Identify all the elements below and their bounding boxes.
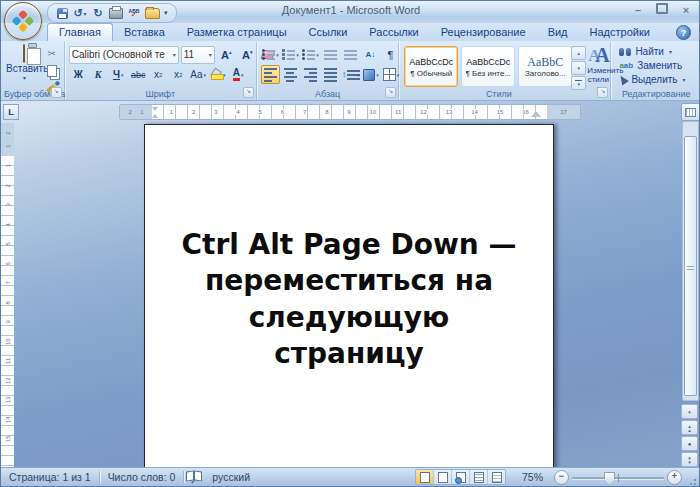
ruler-number: 9 <box>1 315 14 328</box>
find-button[interactable]: Найти ▾ <box>619 46 685 57</box>
zoom-in-button[interactable]: + <box>667 470 682 485</box>
tab-stop-selector[interactable]: L <box>3 104 19 120</box>
line-spacing-button[interactable]: ↕▾ <box>341 65 361 84</box>
shrink-font-icon: А▾ <box>242 49 252 61</box>
office-button[interactable] <box>4 2 42 40</box>
change-case-button[interactable]: Aa▾ <box>189 65 208 84</box>
chevron-down-icon: ▾ <box>683 76 686 83</box>
underline-button[interactable]: Ч▾ <box>109 65 128 84</box>
align-right-button[interactable] <box>301 65 320 84</box>
replace-button[interactable]: aab Заменить <box>619 60 685 71</box>
tab-view[interactable]: Вид <box>537 24 579 41</box>
close-button[interactable]: × <box>679 3 693 15</box>
scrollbar-track[interactable]: ▴ <box>682 121 699 401</box>
decrease-indent-button[interactable] <box>321 45 340 64</box>
styles-scroll-up-button[interactable]: ▴ <box>571 46 586 60</box>
strikethrough-button[interactable]: abc <box>129 65 148 84</box>
bold-button[interactable]: Ж <box>69 65 88 84</box>
subscript-button[interactable]: x2 <box>149 65 168 84</box>
scissors-icon: ✂ <box>48 48 56 59</box>
show-marks-button[interactable]: ¶ <box>381 45 400 64</box>
borders-button[interactable]: ▾ <box>381 65 400 84</box>
multilevel-list-button[interactable]: ▾ <box>301 45 320 64</box>
sort-button[interactable]: А↓ <box>361 45 380 64</box>
styles-more-button[interactable]: ▾ <box>571 76 586 90</box>
font-name-combo[interactable]: Calibri (Основной те▾ <box>69 46 179 64</box>
zoom-slider-thumb[interactable] <box>604 472 615 485</box>
page-count-status[interactable]: Страница: 1 из 1 <box>1 471 99 483</box>
zoom-out-button[interactable]: − <box>554 470 569 485</box>
indent-marker-icon[interactable] <box>152 107 161 118</box>
horizontal-ruler[interactable]: 21 12345678910111213141516 17 <box>119 104 581 120</box>
tab-addins[interactable]: Надстройки <box>579 24 661 41</box>
italic-button[interactable]: К <box>89 65 108 84</box>
tab-page-layout[interactable]: Разметка страницы <box>176 24 298 41</box>
zoom-level[interactable]: 75% <box>509 471 551 483</box>
font-size-combo[interactable]: 11▾ <box>181 46 215 64</box>
shrink-font-button[interactable]: А▾ <box>238 45 257 64</box>
clipboard-dialog-launcher[interactable]: ↘ <box>51 87 62 98</box>
zoom-slider[interactable] <box>572 471 664 484</box>
style-name: ¶ Обычный <box>410 69 452 78</box>
font-size-value: 11 <box>184 49 207 60</box>
ruler-number: 15 <box>496 109 505 115</box>
tab-mailings[interactable]: Рассылки <box>358 24 429 41</box>
scrollbar-thumb[interactable] <box>684 136 697 396</box>
document-text[interactable]: Ctrl Alt Page Down — переместиться на сл… <box>171 227 527 373</box>
vertical-ruler[interactable]: 21 123456789101112131415 <box>1 123 14 469</box>
align-center-button[interactable] <box>281 65 300 84</box>
chevron-down-icon: ▾ <box>241 72 244 78</box>
change-styles-icon: АА <box>587 44 609 66</box>
tab-references[interactable]: Ссылки <box>298 24 359 41</box>
superscript-button[interactable]: x2 <box>169 65 188 84</box>
shading-icon <box>363 69 375 81</box>
ruler-number: 11 <box>1 354 14 367</box>
tab-insert[interactable]: Вставка <box>113 24 176 41</box>
ruler-number: 17 <box>560 109 567 115</box>
word-count-status[interactable]: Число слов: 0 <box>100 471 184 483</box>
previous-page-button[interactable]: ▴▴ <box>681 420 698 435</box>
copy-button[interactable] <box>43 63 61 78</box>
cut-button[interactable]: ✂ <box>43 46 61 61</box>
next-page-button[interactable]: ▾▾ <box>681 452 698 467</box>
proofing-status[interactable]: ✓ <box>184 471 204 483</box>
resize-grip[interactable] <box>687 472 697 482</box>
minimize-button[interactable]: – <box>631 3 645 15</box>
numbering-button[interactable]: ▾ <box>281 45 300 64</box>
document-page[interactable]: Ctrl Alt Page Down — переместиться на сл… <box>144 124 554 469</box>
right-indent-marker-icon[interactable] <box>531 112 541 117</box>
chevron-down-icon: ▾ <box>357 72 360 78</box>
tab-review[interactable]: Рецензирование <box>430 24 537 41</box>
editing-group-label: Редактирование <box>613 89 699 99</box>
scroll-down-button[interactable]: ▾ <box>681 404 698 419</box>
restore-button[interactable] <box>655 3 669 15</box>
font-color-button[interactable]: А▾ <box>229 65 248 84</box>
select-browse-object-button[interactable]: ● <box>681 436 698 451</box>
tab-home[interactable]: Главная <box>47 23 113 41</box>
grow-font-button[interactable]: А▴ <box>217 45 236 64</box>
increase-indent-button[interactable] <box>341 45 360 64</box>
fullscreen-reading-view-button[interactable] <box>434 470 452 484</box>
outline-view-button[interactable] <box>470 470 488 484</box>
select-button[interactable]: Выделить ▾ <box>619 74 685 85</box>
language-status[interactable]: русский <box>204 471 258 483</box>
font-dialog-launcher[interactable]: ↘ <box>243 87 254 98</box>
shading-button[interactable]: ▾ <box>361 65 380 84</box>
binoculars-icon <box>619 48 631 56</box>
paste-button[interactable]: Вставить ▾ <box>6 45 42 87</box>
justify-button[interactable] <box>321 65 340 84</box>
web-layout-view-button[interactable] <box>452 470 470 484</box>
style-normal[interactable]: AaBbCcDc ¶ Обычный <box>404 46 458 87</box>
paragraph-dialog-launcher[interactable]: ↘ <box>385 87 396 98</box>
style-heading1[interactable]: AaBbC Заголово... <box>518 46 572 87</box>
bullets-button[interactable]: ▾ <box>261 45 280 64</box>
print-layout-view-button[interactable] <box>416 470 434 484</box>
ruler-toggle-button[interactable] <box>681 103 700 121</box>
styles-dialog-launcher[interactable]: ↘ <box>597 87 608 98</box>
align-left-button[interactable] <box>261 65 280 84</box>
styles-scroll-down-button[interactable]: ▾ <box>571 61 586 75</box>
draft-view-button[interactable] <box>488 470 505 484</box>
help-button[interactable]: ? <box>676 25 691 40</box>
style-no-spacing[interactable]: AaBbCcDc ¶ Без инте... <box>461 46 515 87</box>
highlight-button[interactable]: ▾ <box>209 65 228 84</box>
